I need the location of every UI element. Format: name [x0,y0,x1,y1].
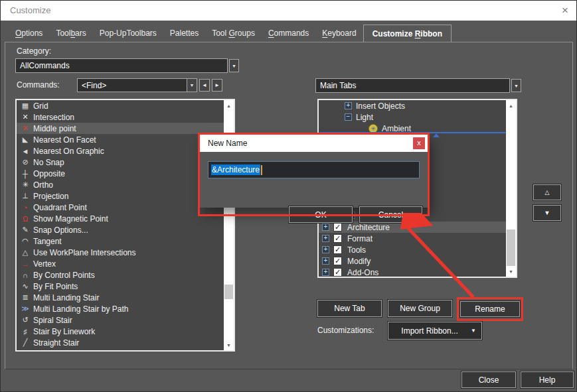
expand-plus-icon[interactable]: + [322,246,329,253]
tab[interactable]: Tool Groups [205,25,262,42]
ok-button[interactable]: OK [289,206,353,223]
command-label: Straight Stair [33,338,79,348]
dialog-close-icon[interactable]: x [413,137,425,149]
list-item[interactable]: Ω Show Magnetic Point [17,213,224,224]
list-item[interactable]: ✕ Intersection [17,111,224,123]
command-label: Snap Options... [33,226,88,235]
new-name-input[interactable]: &Architecture [208,161,420,178]
tree-item[interactable]: + ✓ Format [319,233,506,244]
dialog-titlebar[interactable]: New Name x [200,135,428,152]
list-item[interactable]: ⊘ No Snap [17,157,224,168]
find-prev-button[interactable]: ◄ [199,79,210,92]
tree-item[interactable]: + ✓ Architecture [319,222,506,233]
new-tab-button[interactable]: New Tab [317,300,382,317]
list-item[interactable]: ∿ By Fit Points [17,281,224,292]
dialog-body: &Architecture OK Cancel [200,152,428,208]
import-ribbon-button[interactable]: Import Ribbon... ▼ [388,322,482,340]
tab[interactable]: Keyboard [315,25,363,42]
collapse-minus-icon[interactable]: − [345,113,352,121]
ribbon-tree-scrollbar[interactable]: ▲ ▼ [506,100,516,277]
list-item[interactable]: ≣ Multi Landing Stair [17,292,224,303]
checkbox-checked-icon[interactable]: ✓ [333,268,342,277]
tab[interactable]: Pop-UpToolbars [93,25,163,42]
scrollbar-thumb[interactable] [224,285,233,299]
move-up-button[interactable]: △ [533,184,561,200]
scrollbar-thumb[interactable] [507,229,515,266]
list-item[interactable]: ↺ Spiral Stair [17,314,224,326]
tab[interactable]: Toolbars [49,25,92,42]
command-label: Vertex [33,259,56,269]
scroll-up-icon[interactable]: ▲ [224,100,234,111]
list-item[interactable]: ∩ By Control Points [17,269,224,281]
cancel-label: Cancel [378,210,403,220]
tab[interactable]: Customize Ribbon [363,25,452,42]
move-down-button[interactable]: ▼ [533,205,561,221]
tree-item[interactable]: + ✓ Modify [319,255,506,267]
expand-plus-icon[interactable]: + [322,224,329,231]
new-group-label: New Group [400,304,440,313]
chevron-down-icon[interactable]: ▼ [187,79,197,92]
list-item[interactable]: ◣ Nearest On Facet [17,134,224,145]
tab[interactable]: Options [9,25,49,42]
checkbox-checked-icon[interactable]: ✓ [333,234,342,243]
command-label: Projection [33,192,68,201]
list-item[interactable]: ◠ Tangent [17,235,224,247]
list-item[interactable]: ≫ Multi Landing Stair by Path [17,303,224,314]
command-label: By Fit Points [33,282,78,291]
scroll-up-icon[interactable]: ▲ [506,100,516,111]
scroll-down-icon[interactable]: ▼ [224,340,234,350]
expand-plus-icon[interactable]: + [322,235,329,242]
new-group-button[interactable]: New Group [388,300,452,317]
command-label: Multi Landing Stair by Path [33,304,128,314]
main-tabs-dropdown-button[interactable]: ▼ [511,79,521,92]
close-label: Close [479,375,499,385]
list-item[interactable]: ◔ Quadrant Point [17,202,224,213]
tree-item-light[interactable]: − Light [319,111,506,123]
command-label: Nearest On Graphic [33,147,104,156]
expand-plus-icon[interactable]: + [345,102,352,109]
tree-label: Modify [347,257,371,266]
list-item[interactable]: ✎ Snap Options... [17,224,224,235]
list-item[interactable]: ╱ Straight Stair [17,337,224,348]
rename-button[interactable]: Rename [460,301,520,317]
window-close-icon[interactable]: × [562,4,568,17]
tab[interactable]: Commands [262,25,315,42]
close-button[interactable]: Close [461,371,516,388]
expand-plus-icon[interactable]: + [322,257,329,265]
tree-item[interactable]: + ✓ Tools [319,244,506,255]
find-combobox[interactable]: <Find> ▼ [77,78,197,92]
command-icon: ✳ [20,180,31,189]
list-item[interactable]: ▦ Grid [17,100,224,111]
list-item[interactable]: ⊥ Projection [17,190,224,202]
list-item[interactable]: ┼ Opposite [17,168,224,179]
commands-label: Commands: [17,80,60,90]
list-item[interactable]: ♯ Stair By Linework [17,326,224,337]
checkbox-checked-icon[interactable]: ✓ [333,257,342,265]
list-item[interactable]: → Vertex [17,258,224,269]
list-item[interactable]: ◄ Nearest On Graphic [17,145,224,157]
command-icon: ↺ [20,316,31,324]
tree-item[interactable]: + ✓ Add-Ons [319,267,506,278]
tree-item-insert-objects[interactable]: + Insert Objects [319,100,506,111]
tab[interactable]: Palettes [163,25,205,42]
list-item[interactable]: △ Use WorkPlane Intersections [17,247,224,258]
checkbox-checked-icon[interactable]: ✓ [333,245,342,254]
triangle-up-icon: △ [545,189,550,196]
new-tab-label: New Tab [334,304,365,313]
list-item[interactable]: ✳ Ortho [17,179,224,190]
cancel-button[interactable]: Cancel [359,206,422,223]
find-value: <Find> [82,81,106,90]
selected-text: &Architecture [211,164,260,175]
main-tabs-combobox[interactable]: Main Tabs [315,78,510,93]
checkbox-checked-icon[interactable]: ✓ [333,223,342,231]
list-item[interactable]: ✕ Middle point [17,123,224,134]
command-icon: ≣ [20,293,31,302]
command-label: Tangent [33,237,62,246]
main-tabs-value: Main Tabs [320,81,356,90]
category-dropdown-button[interactable]: ▼ [229,59,239,72]
find-next-button[interactable]: ► [212,79,222,92]
scroll-down-icon[interactable]: ▼ [506,266,516,277]
help-button[interactable]: Help [521,371,574,388]
category-combobox[interactable]: AllCommands [15,58,228,73]
expand-plus-icon[interactable]: + [322,269,329,276]
